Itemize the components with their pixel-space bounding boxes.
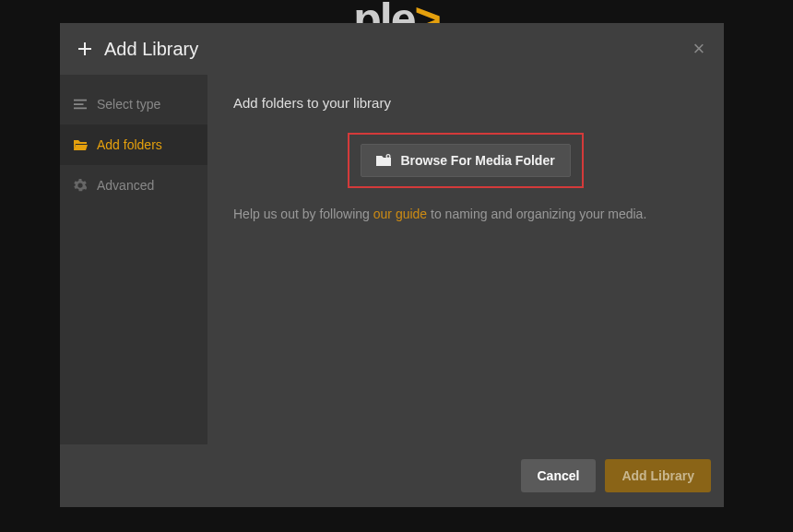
gear-icon (73, 178, 88, 193)
cancel-button[interactable]: Cancel (521, 459, 597, 492)
help-prefix: Help us out by following (233, 207, 373, 221)
close-icon: × (693, 37, 705, 61)
help-guide-link[interactable]: our guide (373, 207, 427, 221)
modal-header: Add Library × (60, 23, 724, 75)
help-suffix: to naming and organizing your media. (427, 207, 646, 221)
content-pane: Add folders to your library Browse For M… (207, 75, 724, 444)
add-library-modal: Add Library × Select type Add folders (60, 23, 724, 507)
sidebar-item-add-folders[interactable]: Add folders (60, 124, 207, 165)
browse-for-media-folder-button[interactable]: Browse For Media Folder (361, 144, 570, 177)
sidebar-item-select-type[interactable]: Select type (60, 84, 207, 124)
modal-title: Add Library (104, 39, 198, 60)
add-library-button[interactable]: Add Library (605, 459, 711, 492)
help-text: Help us out by following our guide to na… (233, 207, 698, 221)
sidebar-item-label: Advanced (97, 178, 154, 193)
close-button[interactable]: × (685, 35, 713, 63)
sidebar-item-label: Add folders (97, 137, 162, 152)
sidebar: Select type Add folders Advanced (60, 75, 207, 444)
sidebar-item-label: Select type (97, 97, 160, 112)
content-heading: Add folders to your library (233, 95, 698, 111)
browse-button-label: Browse For Media Folder (400, 153, 554, 168)
highlight-box: Browse For Media Folder (348, 133, 584, 188)
folder-plus-icon (376, 154, 391, 167)
modal-body: Select type Add folders Advanced Add fol… (60, 75, 724, 444)
list-icon (73, 97, 88, 112)
folder-open-icon (73, 137, 88, 152)
plus-icon (77, 41, 93, 57)
sidebar-item-advanced[interactable]: Advanced (60, 165, 207, 206)
modal-footer: Cancel Add Library (60, 444, 724, 507)
